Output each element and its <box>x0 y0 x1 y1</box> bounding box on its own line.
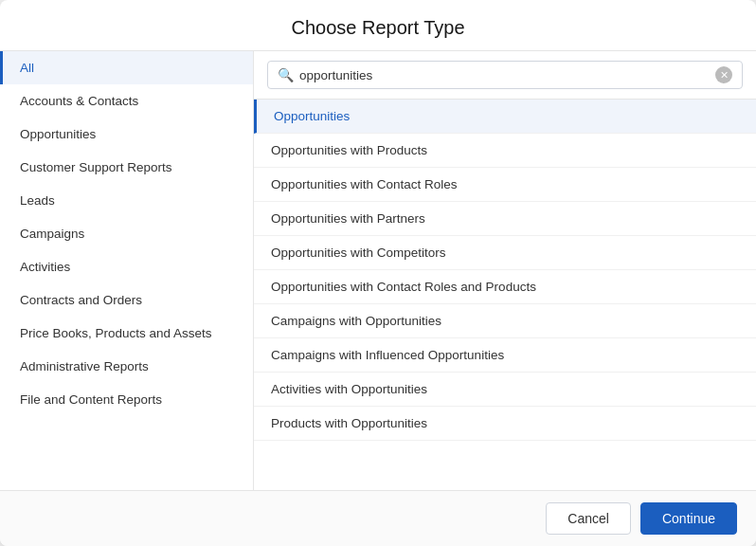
result-item-campaigns-influenced-opp[interactable]: Campaigns with Influenced Opportunities <box>254 338 756 373</box>
result-item-opp[interactable]: Opportunities <box>254 100 756 134</box>
search-icon: 🔍 <box>278 67 294 82</box>
clear-icon[interactable]: ✕ <box>715 66 732 83</box>
sidebar-item-contracts-orders[interactable]: Contracts and Orders <box>0 283 253 317</box>
modal-body: AllAccounts & ContactsOpportunitiesCusto… <box>0 51 756 490</box>
sidebar-item-administrative[interactable]: Administrative Reports <box>0 350 253 383</box>
sidebar-item-leads[interactable]: Leads <box>0 184 253 217</box>
search-input[interactable] <box>299 68 715 82</box>
sidebar-item-activities[interactable]: Activities <box>0 250 253 283</box>
choose-report-type-modal: Choose Report Type AllAccounts & Contact… <box>0 0 756 546</box>
modal-title: Choose Report Type <box>23 17 733 39</box>
result-item-opp-contact-roles[interactable]: Opportunities with Contact Roles <box>254 168 756 202</box>
modal-header: Choose Report Type <box>0 0 756 51</box>
sidebar-item-opportunities[interactable]: Opportunities <box>0 118 253 151</box>
result-item-opp-partners[interactable]: Opportunities with Partners <box>254 202 756 236</box>
sidebar-item-file-content[interactable]: File and Content Reports <box>0 383 253 416</box>
modal-footer: Cancel Continue <box>0 490 756 546</box>
search-input-wrapper[interactable]: 🔍 ✕ <box>267 61 743 89</box>
result-item-campaigns-opp[interactable]: Campaigns with Opportunities <box>254 304 756 338</box>
result-item-activities-opp[interactable]: Activities with Opportunities <box>254 373 756 407</box>
result-item-products-opp[interactable]: Products with Opportunities <box>254 407 756 441</box>
sidebar-item-customer-support[interactable]: Customer Support Reports <box>0 151 253 184</box>
sidebar-item-all[interactable]: All <box>0 51 253 84</box>
result-item-opp-products[interactable]: Opportunities with Products <box>254 134 756 168</box>
result-item-opp-competitors[interactable]: Opportunities with Competitors <box>254 236 756 270</box>
result-item-opp-contact-roles-products[interactable]: Opportunities with Contact Roles and Pro… <box>254 270 756 304</box>
sidebar-item-accounts-contacts[interactable]: Accounts & Contacts <box>0 84 253 118</box>
cancel-button[interactable]: Cancel <box>546 502 631 535</box>
results-list: OpportunitiesOpportunities with Products… <box>254 100 756 490</box>
content-panel: 🔍 ✕ OpportunitiesOpportunities with Prod… <box>254 51 756 490</box>
continue-button[interactable]: Continue <box>640 502 737 535</box>
search-bar: 🔍 ✕ <box>254 51 756 100</box>
sidebar-item-campaigns[interactable]: Campaigns <box>0 217 253 250</box>
sidebar-item-price-books[interactable]: Price Books, Products and Assets <box>0 317 253 350</box>
sidebar: AllAccounts & ContactsOpportunitiesCusto… <box>0 51 254 490</box>
